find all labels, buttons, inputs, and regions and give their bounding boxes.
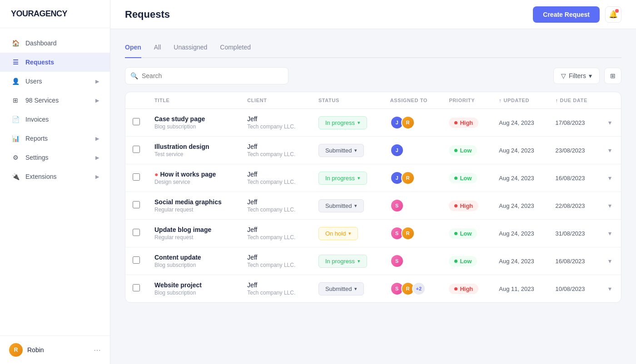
priority-badge: High	[449, 118, 478, 128]
expand-button[interactable]: ▾	[608, 119, 611, 126]
sidebar-item-invoices[interactable]: 📄 Invoices	[0, 110, 110, 129]
title-cell: Content update Blog subscription	[147, 247, 240, 275]
col-header-client: CLIENT	[240, 92, 311, 109]
col-header-updated[interactable]: ↑UPDATED	[492, 92, 548, 109]
chevron-down-icon: ▾	[354, 203, 357, 209]
sidebar-item-label: Users	[25, 78, 42, 85]
status-cell: In progress ▾	[311, 109, 383, 137]
status-badge[interactable]: Submitted ▾	[318, 282, 364, 295]
chevron-right-icon: ▶	[95, 98, 99, 103]
sidebar-item-settings[interactable]: ⚙ Settings ▶	[0, 148, 110, 167]
status-badge[interactable]: In progress ▾	[318, 255, 367, 268]
expand-button[interactable]: ▾	[608, 257, 611, 265]
expand-button[interactable]: ▾	[608, 147, 611, 154]
expand-cell: ▾	[601, 164, 621, 192]
sidebar-item-users[interactable]: 👤 Users ▶	[0, 72, 110, 91]
chevron-down-icon: ▾	[354, 148, 357, 153]
header-actions: Create Request 🔔	[533, 6, 621, 23]
page-header: Requests Create Request 🔔	[110, 0, 636, 29]
title-cell: Illustration design Test service	[147, 137, 240, 164]
client-cell: Jeff Tech company LLC.	[240, 192, 311, 220]
priority-badge: Low	[449, 145, 477, 156]
columns-button[interactable]: ⊞	[604, 68, 621, 84]
client-name: Jeff	[247, 171, 304, 178]
expand-button[interactable]: ▾	[608, 174, 611, 182]
page-title: Requests	[125, 9, 170, 20]
row-checkbox[interactable]	[133, 146, 140, 153]
requests-table: TITLECLIENTSTATUSASSIGNED TOPRIORITY↑UPD…	[125, 92, 621, 302]
row-checkbox[interactable]	[133, 201, 140, 208]
avatar: R	[401, 171, 415, 185]
priority-dot	[454, 177, 457, 180]
updated-cell: Aug 24, 2023	[492, 137, 548, 164]
create-request-button[interactable]: Create Request	[533, 6, 600, 23]
priority-cell: High	[442, 275, 492, 303]
sidebar-item-label: Invoices	[25, 116, 49, 123]
status-badge[interactable]: On hold ▾	[318, 227, 358, 240]
col-header-expand	[601, 92, 621, 109]
services-icon: ⊞	[11, 96, 20, 105]
title-cell: ●How it works page Design service	[147, 164, 240, 192]
sidebar-footer: R Robin ⋯	[0, 335, 110, 364]
tab-all[interactable]: All	[154, 40, 161, 58]
sidebar-item-extensions[interactable]: 🔌 Extensions ▶	[0, 167, 110, 186]
row-checkbox[interactable]	[133, 229, 140, 236]
status-badge[interactable]: In progress ▾	[318, 116, 367, 129]
brand-logo: YOURAGENCY	[0, 0, 110, 28]
row-checkbox[interactable]	[133, 284, 140, 291]
filters-button[interactable]: ▽ Filters ▾	[553, 68, 600, 84]
row-checkbox[interactable]	[133, 173, 140, 181]
expand-button[interactable]: ▾	[608, 230, 611, 237]
dashboard-icon: 🏠	[11, 39, 20, 48]
sidebar-item-dashboard[interactable]: 🏠 Dashboard	[0, 34, 110, 53]
due-date-cell: 10/08/2023	[548, 275, 601, 303]
notifications-button[interactable]: 🔔	[605, 6, 621, 23]
client-company: Tech company LLC.	[247, 262, 304, 268]
updated-cell: Aug 24, 2023	[492, 109, 548, 137]
expand-button[interactable]: ▾	[608, 285, 611, 292]
tab-completed[interactable]: Completed	[220, 40, 251, 58]
sidebar-item-reports[interactable]: 📊 Reports ▶	[0, 129, 110, 148]
table-row: Update blog image Regular request Jeff T…	[125, 220, 621, 247]
sidebar-item-services[interactable]: ⊞ 98 Services ▶	[0, 91, 110, 110]
expand-cell: ▾	[601, 220, 621, 247]
sidebar-item-label: 98 Services	[25, 97, 59, 104]
row-checkbox-cell	[125, 137, 147, 164]
avatars-group: SR+2	[390, 282, 435, 295]
user-options-icon[interactable]: ⋯	[94, 346, 101, 354]
chevron-down-icon: ▾	[589, 72, 592, 79]
search-input[interactable]	[125, 67, 288, 84]
tab-open[interactable]: Open	[125, 40, 141, 58]
sidebar-item-requests[interactable]: ☰ Requests	[0, 53, 110, 72]
status-badge[interactable]: Submitted ▾	[318, 144, 364, 157]
priority-cell: Low	[442, 247, 492, 275]
client-name: Jeff	[247, 143, 304, 150]
requests-icon: ☰	[11, 58, 20, 67]
expand-button[interactable]: ▾	[608, 202, 611, 209]
sidebar-user[interactable]: R Robin	[9, 343, 44, 357]
status-cell: Submitted ▾	[311, 275, 383, 303]
status-badge[interactable]: In progress ▾	[318, 172, 367, 185]
chevron-down-icon: ▾	[358, 258, 360, 264]
chevron-right-icon: ▶	[95, 79, 99, 84]
sort-icon: ↑	[499, 98, 502, 103]
assigned-cell: S	[383, 247, 442, 275]
row-checkbox[interactable]	[133, 256, 140, 264]
status-badge[interactable]: Submitted ▾	[318, 199, 364, 212]
title-cell: Website project Blog subscription	[147, 275, 240, 303]
sidebar-item-label: Settings	[25, 154, 49, 161]
col-header-duedate[interactable]: ↑DUE DATE	[548, 92, 601, 109]
priority-cell: Low	[442, 220, 492, 247]
request-subtitle: Blog subscription	[154, 290, 233, 296]
expand-cell: ▾	[601, 247, 621, 275]
tab-unassigned[interactable]: Unassigned	[174, 40, 207, 58]
columns-icon: ⊞	[610, 72, 616, 79]
priority-cell: Low	[442, 164, 492, 192]
chevron-down-icon: ▾	[354, 286, 357, 292]
chevron-right-icon: ▶	[95, 174, 99, 180]
priority-dot	[454, 287, 457, 290]
header-checkbox-cell	[125, 92, 147, 109]
due-date-cell: 16/08/2023	[548, 247, 601, 275]
client-company: Tech company LLC.	[247, 179, 304, 185]
row-checkbox[interactable]	[133, 118, 140, 125]
